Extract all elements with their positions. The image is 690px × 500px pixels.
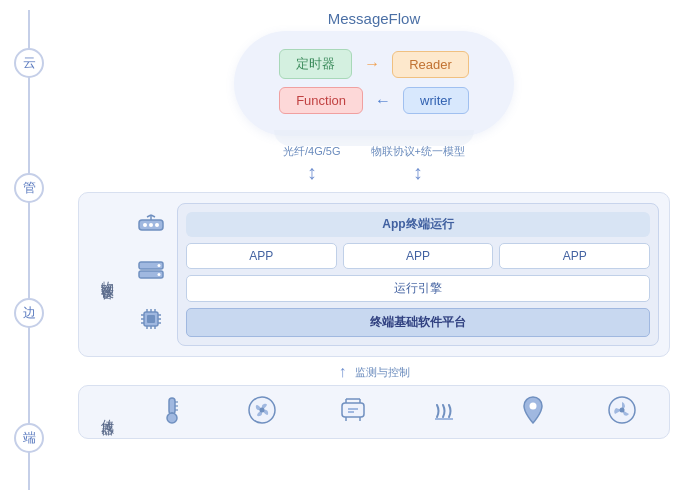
app-box-2: APP: [343, 243, 494, 269]
svg-rect-24: [147, 315, 155, 323]
sensor-icons-row: [135, 394, 659, 430]
iot-devices-label: 物联设备: [89, 203, 125, 346]
connector-row: 光纤/4G/5G ↕ 物联协议+统一模型 ↕: [78, 144, 670, 184]
writer-box: writer: [403, 87, 469, 114]
cloud-shape: 定时器 → Reader Function ← writer: [234, 31, 514, 136]
left-connector: 光纤/4G/5G ↕: [283, 144, 340, 184]
cloud-section: MessageFlow 定时器 → Reader Function ← writ…: [78, 10, 670, 136]
edge-section: 物联设备: [78, 192, 670, 357]
edge-node: 边: [14, 298, 44, 328]
svg-point-3: [155, 223, 159, 227]
right-connector: 物联协议+统一模型 ↕: [371, 144, 465, 184]
arrow-right-1: →: [364, 55, 380, 73]
svg-point-44: [619, 408, 624, 413]
monitor-arrow: ↑: [339, 363, 347, 381]
end-section: 传感器: [78, 385, 670, 439]
svg-point-2: [149, 223, 153, 227]
timer-box: 定时器: [279, 49, 352, 79]
edge-app-content: App终端运行 APP APP APP 运行引擎 终端基础软件平台: [177, 203, 659, 346]
iot-label-text: 物联设备: [98, 271, 116, 279]
edge-apps-row: APP APP APP: [186, 243, 650, 269]
pipe-node: 管: [14, 173, 44, 203]
main-content: MessageFlow 定时器 → Reader Function ← writ…: [58, 0, 690, 500]
app-box-1: APP: [186, 243, 337, 269]
svg-rect-25: [169, 398, 175, 414]
end-node: 端: [14, 423, 44, 453]
iot-protocol-label: 物联协议+统一模型: [371, 144, 465, 159]
cloud-row-1: 定时器 → Reader: [279, 49, 469, 79]
reader-box: Reader: [392, 51, 469, 78]
device-icons: [135, 203, 167, 346]
turbine-icon: [607, 395, 637, 429]
timeline-nodes: 云 管 边 端: [14, 0, 44, 500]
location-icon: [520, 395, 546, 429]
cloud-node: 云: [14, 48, 44, 78]
router-icon: [137, 212, 165, 239]
sensor-label-text: 传感器: [98, 409, 116, 415]
arrow-left-1: ←: [375, 92, 391, 110]
fan-icon: [247, 395, 277, 429]
svg-point-32: [259, 408, 264, 413]
flow-icon: [338, 395, 368, 429]
runtime-engine: 运行引擎: [186, 275, 650, 302]
chip-icon: [138, 306, 164, 337]
app-runtime-title: App终端运行: [186, 212, 650, 237]
connector-arrow-down: ↕: [413, 161, 423, 184]
connector-arrow-up: ↕: [307, 161, 317, 184]
svg-point-26: [167, 413, 177, 423]
svg-point-9: [158, 264, 161, 267]
cloud-row-2: Function ← writer: [279, 87, 469, 114]
svg-point-42: [529, 403, 536, 410]
app-box-3: APP: [499, 243, 650, 269]
hardware-platform: 终端基础软件平台: [186, 308, 650, 337]
heat-icon: [429, 395, 459, 429]
svg-point-10: [158, 273, 161, 276]
cloud-title: MessageFlow: [328, 10, 421, 27]
temperature-humidity-icon: [158, 394, 186, 430]
function-box: Function: [279, 87, 363, 114]
server-icon: [137, 260, 165, 285]
monitor-label: 监测与控制: [355, 365, 410, 380]
svg-point-1: [143, 223, 147, 227]
sensor-label: 传感器: [89, 409, 125, 415]
fiber-label: 光纤/4G/5G: [283, 144, 340, 159]
monitor-row: ↑ 监测与控制: [78, 363, 670, 381]
